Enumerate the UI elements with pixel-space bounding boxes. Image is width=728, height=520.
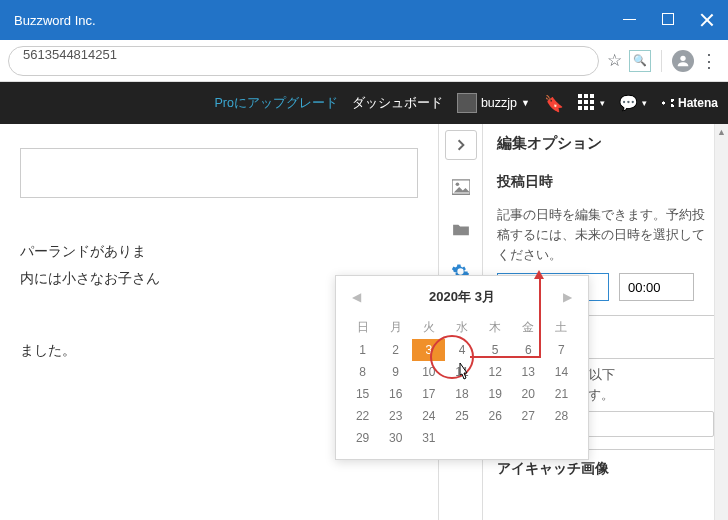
weekday-label: 月 — [379, 316, 412, 339]
calendar-day — [512, 427, 545, 449]
calendar-day[interactable]: 1 — [346, 339, 379, 361]
calendar-day[interactable]: 22 — [346, 405, 379, 427]
weekday-label: 金 — [512, 316, 545, 339]
user-name: buzzjp — [481, 96, 517, 110]
calendar-day[interactable]: 9 — [379, 361, 412, 383]
calendar-day[interactable]: 7 — [545, 339, 578, 361]
profile-avatar-icon[interactable] — [672, 50, 694, 72]
sidebar-heading: 編集オプション — [483, 124, 728, 163]
calendar-day[interactable]: 3 — [412, 339, 445, 361]
window-title: Buzzword Inc. — [14, 13, 623, 28]
caret-down-icon: ▾ — [600, 98, 605, 108]
time-input[interactable] — [619, 273, 694, 301]
folder-icon[interactable] — [445, 214, 477, 244]
calendar-day[interactable]: 27 — [512, 405, 545, 427]
calendar-day[interactable]: 17 — [412, 383, 445, 405]
hatena-logo[interactable]: Hatena — [661, 96, 718, 110]
comment-icon[interactable]: 💬▾ — [619, 94, 647, 112]
scroll-up-icon[interactable]: ▲ — [715, 124, 728, 140]
title-input[interactable] — [20, 148, 418, 198]
browser-urlbar: 5613544814251 ☆ 🔍 ⋮ — [0, 40, 728, 82]
calendar-day[interactable]: 5 — [479, 339, 512, 361]
weekday-label: 土 — [545, 316, 578, 339]
svg-point-0 — [680, 55, 685, 60]
maximize-button[interactable] — [662, 13, 674, 25]
caret-down-icon: ▼ — [521, 98, 530, 108]
window-titlebar: Buzzword Inc. — [0, 0, 728, 40]
calendar-day[interactable]: 8 — [346, 361, 379, 383]
calendar-day[interactable]: 2 — [379, 339, 412, 361]
calendar-day[interactable]: 21 — [545, 383, 578, 405]
calendar-day[interactable]: 31 — [412, 427, 445, 449]
calendar-grid: 日月火水木金土 12345678910111213141516171819202… — [346, 316, 578, 449]
calendar-day[interactable]: 14 — [545, 361, 578, 383]
user-menu[interactable]: buzzjp ▼ — [457, 93, 530, 113]
calendar-day[interactable]: 6 — [512, 339, 545, 361]
calendar-day[interactable]: 11 — [445, 361, 478, 383]
calendar-day[interactable]: 16 — [379, 383, 412, 405]
weekday-label: 木 — [479, 316, 512, 339]
section-title: 投稿日時 — [483, 163, 728, 201]
calendar-day[interactable]: 24 — [412, 405, 445, 427]
calendar-day[interactable]: 13 — [512, 361, 545, 383]
window-controls — [623, 13, 714, 27]
calendar-day — [479, 427, 512, 449]
apps-grid-icon[interactable]: ▾ — [578, 94, 605, 112]
calendar-day — [445, 427, 478, 449]
calendar-day[interactable]: 29 — [346, 427, 379, 449]
calendar-day[interactable]: 25 — [445, 405, 478, 427]
dashboard-link[interactable]: ダッシュボード — [352, 95, 443, 112]
star-icon[interactable]: ☆ — [603, 50, 625, 72]
next-month-button[interactable]: ▶ — [563, 290, 572, 304]
svg-point-2 — [455, 183, 459, 187]
calendar-day[interactable]: 23 — [379, 405, 412, 427]
upgrade-link[interactable]: Proにアップグレード — [214, 95, 337, 112]
scrollbar[interactable]: ▲ — [714, 124, 728, 520]
close-button[interactable] — [700, 13, 714, 27]
extension-icon[interactable]: 🔍 — [629, 50, 651, 72]
bookmark-icon[interactable]: 🔖 — [544, 94, 564, 113]
calendar-title: 2020年 3月 — [429, 288, 495, 306]
url-input[interactable]: 5613544814251 — [8, 46, 599, 76]
date-picker: ◀ 2020年 3月 ▶ 日月火水木金土 1234567891011121314… — [335, 275, 589, 460]
app-navbar: Proにアップグレード ダッシュボード buzzjp ▼ 🔖 ▾ 💬▾ Hate… — [0, 82, 728, 124]
calendar-day[interactable]: 18 — [445, 383, 478, 405]
weekday-label: 火 — [412, 316, 445, 339]
minimize-button[interactable] — [623, 19, 636, 20]
weekday-label: 水 — [445, 316, 478, 339]
weekday-label: 日 — [346, 316, 379, 339]
calendar-day[interactable]: 4 — [445, 339, 478, 361]
calendar-day[interactable]: 28 — [545, 405, 578, 427]
prev-month-button[interactable]: ◀ — [352, 290, 361, 304]
calendar-day[interactable]: 19 — [479, 383, 512, 405]
calendar-day[interactable]: 10 — [412, 361, 445, 383]
image-icon[interactable] — [445, 172, 477, 202]
calendar-day[interactable]: 20 — [512, 383, 545, 405]
calendar-day — [545, 427, 578, 449]
calendar-day[interactable]: 30 — [379, 427, 412, 449]
calendar-day[interactable]: 15 — [346, 383, 379, 405]
user-avatar-icon — [457, 93, 477, 113]
browser-menu-icon[interactable]: ⋮ — [698, 50, 720, 72]
calendar-day[interactable]: 26 — [479, 405, 512, 427]
collapse-panel-button[interactable] — [445, 130, 477, 160]
divider — [661, 50, 662, 72]
calendar-day[interactable]: 12 — [479, 361, 512, 383]
